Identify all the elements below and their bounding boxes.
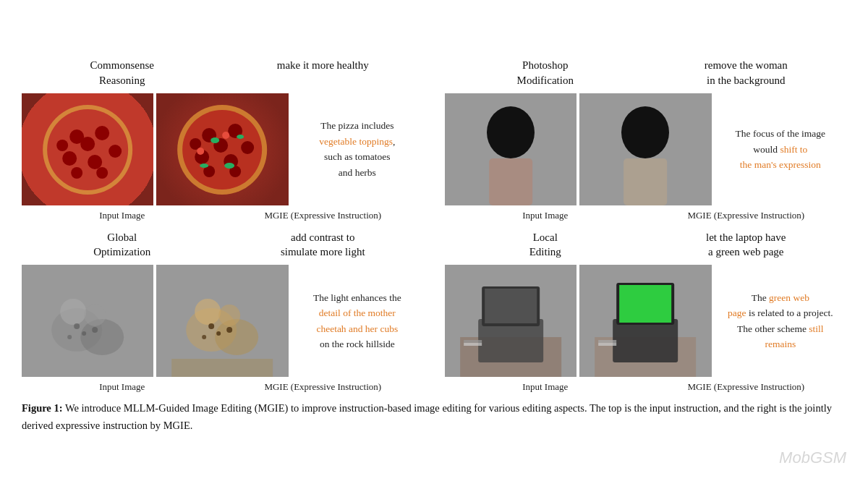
laptop1-graphic bbox=[445, 265, 576, 377]
laptop-description: The green web page is related to a proje… bbox=[715, 265, 846, 377]
photoshop-title: Photoshop Modification bbox=[445, 55, 646, 93]
global-opt-title: Global Optimization bbox=[22, 227, 223, 265]
svg-rect-31 bbox=[624, 158, 667, 205]
svg-point-44 bbox=[208, 323, 214, 329]
top-right-titles: Photoshop Modification remove the woman … bbox=[445, 55, 846, 93]
svg-point-24 bbox=[237, 135, 244, 139]
bottom-left-titles: Global Optimization add contrast to simu… bbox=[22, 227, 423, 265]
laptop2-graphic bbox=[579, 265, 711, 377]
svg-point-46 bbox=[226, 327, 232, 333]
svg-point-7 bbox=[71, 167, 82, 179]
photoshop-desc-text: The focus of the image would shift to th… bbox=[725, 126, 836, 173]
svg-rect-60 bbox=[598, 340, 616, 343]
cheetah-mgie-label: MGIE (Expressive Instruction) bbox=[223, 377, 424, 394]
svg-point-47 bbox=[202, 335, 206, 339]
svg-point-39 bbox=[67, 335, 72, 339]
top-left-captions: Input Image MGIE (Expressive Instruction… bbox=[22, 205, 423, 223]
svg-point-27 bbox=[197, 148, 204, 155]
pizza-input-image bbox=[22, 93, 153, 205]
pizza-description: The pizza includes vegetable toppings, s… bbox=[292, 93, 423, 205]
svg-point-9 bbox=[109, 145, 122, 158]
bottom-left-captions: Input Image MGIE (Expressive Instruction… bbox=[22, 377, 423, 394]
svg-rect-53 bbox=[464, 343, 482, 346]
cheetah-input-label: Input Image bbox=[22, 377, 223, 394]
pizza-input-label: Input Image bbox=[22, 205, 223, 223]
top-left-titles: Commonsense Reasoning make it more healt… bbox=[22, 55, 423, 93]
figure-text: We introduce MLLM-Guided Image Editing (… bbox=[22, 402, 832, 430]
svg-point-4 bbox=[62, 151, 77, 166]
svg-rect-58 bbox=[619, 285, 671, 323]
svg-point-20 bbox=[241, 141, 254, 154]
svg-point-8 bbox=[96, 167, 108, 179]
pizza-mgie-label: MGIE (Expressive Instruction) bbox=[223, 205, 424, 223]
cheetah2-graphic bbox=[156, 265, 288, 377]
local-editing-panel: Local Editing let the laptop have a gree… bbox=[445, 227, 846, 395]
svg-point-10 bbox=[56, 140, 68, 151]
person-input-image bbox=[445, 93, 576, 205]
person1-bg bbox=[445, 93, 576, 205]
bottom-right-content: The green web page is related to a proje… bbox=[445, 265, 846, 377]
svg-rect-56 bbox=[613, 319, 678, 362]
svg-point-35 bbox=[84, 305, 106, 326]
svg-point-34 bbox=[60, 299, 86, 325]
person-output-image bbox=[579, 93, 711, 205]
watermark: MobGSM bbox=[779, 448, 846, 467]
person2-bg bbox=[579, 93, 711, 205]
commonsense-title: Commonsense Reasoning bbox=[22, 55, 223, 93]
svg-rect-48 bbox=[171, 359, 273, 377]
pizza-output-image bbox=[156, 93, 288, 205]
top-right-content: The focus of the image would shift to th… bbox=[445, 93, 846, 205]
photoshop-description: The focus of the image would shift to th… bbox=[715, 93, 846, 205]
svg-point-6 bbox=[80, 137, 95, 151]
top-left-content: The pizza includes vegetable toppings, s… bbox=[22, 93, 423, 205]
laptop-mgie-label: MGIE (Expressive Instruction) bbox=[646, 377, 847, 394]
svg-point-37 bbox=[82, 331, 86, 336]
figure-label: Figure 1: bbox=[22, 402, 63, 414]
svg-point-25 bbox=[200, 163, 208, 168]
pizza-1-graphic bbox=[22, 93, 153, 205]
laptop-output-image bbox=[579, 265, 711, 377]
svg-point-33 bbox=[80, 319, 124, 355]
bottom-panels: Global Optimization add contrast to simu… bbox=[22, 227, 846, 395]
main-container: Commonsense Reasoning make it more healt… bbox=[14, 41, 854, 448]
svg-point-22 bbox=[210, 137, 219, 143]
svg-point-42 bbox=[195, 299, 221, 325]
pizza-2-graphic bbox=[156, 93, 288, 205]
svg-point-26 bbox=[222, 132, 229, 139]
svg-rect-59 bbox=[598, 343, 616, 346]
make-healthy-instruction: make it more healthy bbox=[223, 55, 424, 93]
top-right-captions: Input Image MGIE (Expressive Instruction… bbox=[445, 205, 846, 223]
local-editing-title: Local Editing bbox=[445, 227, 646, 265]
laptop-input-label: Input Image bbox=[445, 377, 646, 394]
svg-rect-52 bbox=[485, 289, 537, 323]
svg-point-45 bbox=[216, 331, 221, 336]
commonsense-panel: Commonsense Reasoning make it more healt… bbox=[22, 55, 423, 223]
cheetah-input-image bbox=[22, 265, 153, 377]
green-page-instruction: let the laptop have a green web page bbox=[646, 227, 847, 265]
laptop-input-image bbox=[445, 265, 576, 377]
top-panels: Commonsense Reasoning make it more healt… bbox=[22, 55, 846, 223]
cheetah-description: The light enhances the detail of the mot… bbox=[292, 265, 423, 377]
svg-point-41 bbox=[215, 319, 258, 355]
cheetah-desc-text: The light enhances the detail of the mot… bbox=[302, 290, 413, 352]
bottom-left-content: The light enhances the detail of the mot… bbox=[22, 265, 423, 377]
svg-rect-54 bbox=[464, 340, 482, 343]
svg-rect-29 bbox=[489, 158, 532, 205]
add-contrast-instruction: add contrast to simulate more light bbox=[223, 227, 424, 265]
person-input-label: Input Image bbox=[445, 205, 646, 223]
svg-point-3 bbox=[95, 126, 109, 140]
pizza-desc-text: The pizza includes vegetable toppings, s… bbox=[302, 118, 413, 180]
global-opt-panel: Global Optimization add contrast to simu… bbox=[22, 227, 423, 395]
person-mgie-label: MGIE (Expressive Instruction) bbox=[646, 205, 847, 223]
cheetah1-graphic bbox=[22, 265, 153, 377]
svg-point-38 bbox=[92, 327, 98, 333]
cheetah-output-image bbox=[156, 265, 288, 377]
bottom-right-titles: Local Editing let the laptop have a gree… bbox=[445, 227, 846, 265]
svg-point-23 bbox=[224, 163, 234, 169]
bottom-right-captions: Input Image MGIE (Expressive Instruction… bbox=[445, 377, 846, 394]
svg-point-36 bbox=[74, 323, 80, 329]
photoshop-panel: Photoshop Modification remove the woman … bbox=[445, 55, 846, 223]
figure-caption: Figure 1: We introduce MLLM-Guided Image… bbox=[22, 400, 846, 433]
laptop-desc-text: The green web page is related to a proje… bbox=[725, 290, 836, 352]
svg-point-5 bbox=[88, 155, 102, 169]
